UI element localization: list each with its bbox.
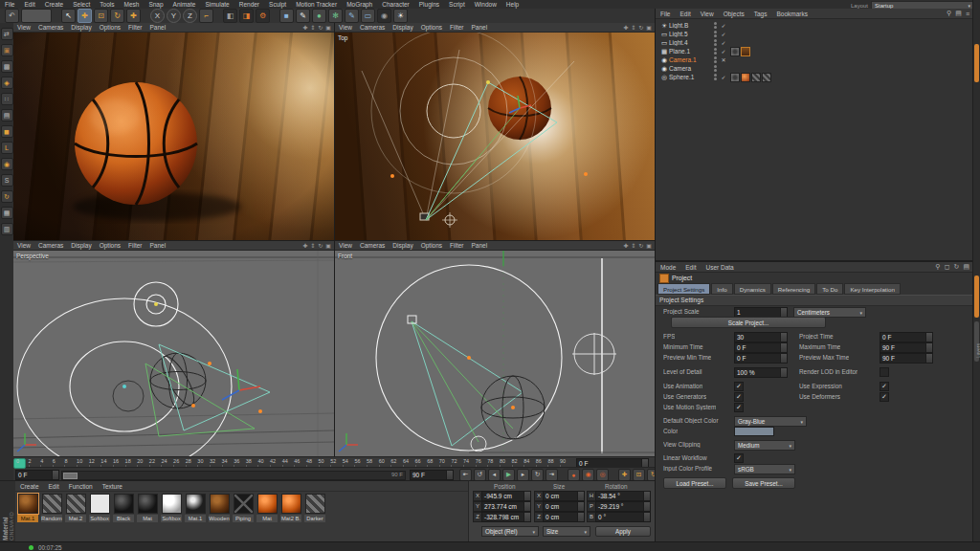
generators-icon[interactable]: ✻ (328, 9, 343, 23)
viewport-menu-item[interactable]: View (13, 242, 34, 249)
workplane-snap-icon[interactable]: ↻ (1, 190, 13, 203)
record-keyframe-button[interactable]: ● (568, 469, 580, 481)
enable-check-icon[interactable]: ✓ (718, 39, 729, 46)
viewport-menu-item[interactable]: Panel (146, 24, 170, 31)
enable-check-icon[interactable]: ✓ (718, 48, 729, 55)
viewport-menu-item[interactable]: Display (67, 242, 95, 249)
object-manager-scroll-tab[interactable] (974, 44, 979, 82)
view-clipping-dropdown[interactable]: Medium (734, 440, 795, 451)
rotate-tool-icon[interactable]: ↻ (110, 9, 124, 23)
render-settings-icon[interactable]: ⚙ (256, 9, 270, 23)
next-frame-button[interactable]: ▸ (517, 469, 529, 481)
menu-item[interactable]: Render (234, 1, 264, 8)
prev-frame-button[interactable]: ◂ (488, 469, 501, 481)
menu-item[interactable]: Mesh (119, 1, 144, 8)
enable-check-icon[interactable]: ✓ (718, 74, 729, 80)
rotation-value-field[interactable]: 0 ° (595, 512, 651, 522)
object-row[interactable]: ▦ Plane.1 ✓ (656, 47, 973, 55)
menu-item[interactable]: Create (40, 1, 69, 8)
spline-icon[interactable]: ✎ (345, 9, 359, 23)
menu-item[interactable]: Motion Tracker (291, 1, 342, 8)
search-icon[interactable]: ⚲ (936, 263, 941, 271)
material-thumbnail[interactable] (186, 494, 206, 514)
key-scale-toggle[interactable]: ⊡ (633, 469, 645, 481)
level-of-detail-field[interactable]: 100 % (734, 367, 788, 378)
attribute-tab[interactable]: Info (711, 283, 732, 295)
use-generators-checkbox[interactable]: ✓ (734, 392, 744, 402)
om-search-icon[interactable]: ⚲ (947, 10, 951, 17)
zoom-view-icon[interactable]: ⇕ (310, 24, 315, 31)
enable-axis-icon[interactable]: L (1, 142, 13, 154)
goto-end-button[interactable]: ⇥ (546, 469, 558, 481)
load-preset-button[interactable]: Load Preset... (663, 477, 726, 489)
viewport-menu-item[interactable]: View (335, 24, 356, 31)
om-menu-icon[interactable]: ≡ (966, 11, 969, 17)
maximize-view-icon[interactable]: ▣ (646, 24, 652, 31)
material-item[interactable]: Piping (233, 494, 254, 522)
workplane-mode-icon[interactable]: ◈ (1, 77, 13, 89)
points-mode-icon[interactable]: ∷ (1, 93, 13, 105)
material-thumbnail[interactable] (305, 494, 325, 514)
viewport-menu-item[interactable]: Filter (446, 242, 467, 249)
move-tool-icon[interactable]: ✚ (78, 9, 92, 23)
menu-item[interactable]: Help (501, 1, 523, 8)
viewport-menu-item[interactable]: Panel (468, 242, 492, 249)
render-view-icon[interactable]: ◧ (223, 9, 237, 23)
playback-start-field[interactable]: 0 F (15, 470, 59, 480)
y-axis-lock-icon[interactable]: Y (167, 9, 181, 23)
pan-view-icon[interactable]: ✚ (623, 24, 628, 31)
viewport-menu-item[interactable]: Options (96, 24, 124, 31)
size-mode-dropdown[interactable]: Size (543, 526, 590, 537)
viewport-menu-item[interactable]: Options (417, 242, 446, 249)
coordinate-mode-dropdown[interactable]: Object (Rel) (481, 526, 539, 537)
preview-min-field[interactable]: 0 F (734, 353, 788, 364)
viewport-menu-item[interactable]: Cameras (356, 24, 389, 31)
section-header[interactable]: Project Settings (656, 295, 973, 306)
position-value-field[interactable]: 273.774 cm (481, 501, 531, 512)
render-lod-checkbox[interactable] (880, 367, 889, 377)
position-value-field[interactable]: -945.9 cm (481, 491, 531, 501)
material-item[interactable]: Mat2 B. (280, 494, 301, 522)
viewport-menu-item[interactable]: Panel (468, 24, 492, 31)
material-item[interactable]: Softbox (89, 494, 110, 522)
locked-workplane-icon[interactable]: ▥ (1, 223, 13, 235)
prev-key-button[interactable]: ↺ (474, 469, 486, 481)
object-tag-icon[interactable] (730, 47, 740, 56)
timeline-power-slider[interactable]: 90 F (61, 471, 406, 480)
texture-mode-icon[interactable]: ▩ (1, 60, 13, 73)
tool-slot-box[interactable] (21, 9, 52, 23)
rotate-view-icon[interactable]: ↻ (638, 242, 643, 249)
panel-icon[interactable]: ▤ (963, 263, 969, 271)
playback-end-field[interactable]: 90 F (410, 470, 454, 480)
texture-axis-icon[interactable]: ◉ (1, 158, 13, 170)
attribute-tab[interactable]: Key Interpolation (844, 283, 900, 295)
size-value-field[interactable]: 0 cm (543, 491, 585, 501)
viewport-menu-item[interactable]: Panel (146, 242, 170, 249)
object-name[interactable]: Light.B (669, 22, 713, 29)
om-menu-item[interactable]: Tags (749, 11, 772, 17)
zoom-view-icon[interactable]: ⇕ (631, 242, 635, 249)
viewport-filter-icon[interactable]: ▦ (1, 207, 13, 219)
input-color-profile-dropdown[interactable]: sRGB (734, 464, 795, 474)
maximize-view-icon[interactable]: ▣ (325, 242, 331, 249)
material-thumbnail[interactable] (162, 494, 182, 514)
camera-object-icon[interactable]: ◉ (377, 9, 391, 23)
attribute-tab[interactable]: Dynamics (734, 283, 771, 295)
viewport-menu-item[interactable]: View (13, 24, 34, 31)
maximize-view-icon[interactable]: ▣ (325, 24, 331, 31)
material-thumbnail[interactable] (234, 494, 254, 514)
material-item[interactable]: Darker (304, 494, 325, 522)
x-axis-lock-icon[interactable]: X (150, 9, 165, 23)
coordinate-system-icon[interactable]: ⌐ (199, 9, 213, 23)
rotate-view-icon[interactable]: ↻ (318, 24, 323, 31)
attr-menu-item[interactable]: Mode (656, 264, 680, 271)
menu-item[interactable]: Character (377, 1, 414, 8)
use-animation-checkbox[interactable]: ✓ (734, 382, 744, 391)
polygons-mode-icon[interactable]: ◼ (1, 125, 13, 138)
object-name[interactable]: Camera.1 (669, 56, 713, 63)
spline-pen-icon[interactable]: ✎ (296, 9, 310, 23)
apply-button[interactable]: Apply (595, 526, 651, 537)
material-menu-item[interactable]: Texture (98, 483, 127, 490)
color-swatch[interactable] (734, 427, 774, 436)
material-thumbnail[interactable] (66, 494, 86, 514)
